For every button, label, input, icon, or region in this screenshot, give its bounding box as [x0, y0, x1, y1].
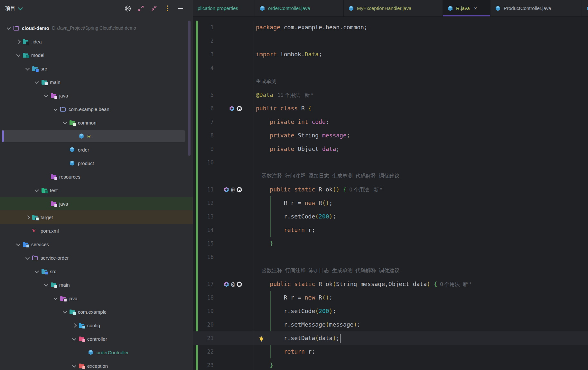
line-number[interactable]: 1 — [193, 21, 216, 34]
code-line-7[interactable]: 7 private int code; — [193, 115, 588, 129]
code-text[interactable]: r.setMessage(message); — [254, 318, 588, 331]
line-number[interactable]: 8 — [193, 129, 216, 142]
code-text[interactable]: package com.example.bean.common; — [254, 21, 588, 34]
line-number[interactable]: 17 — [193, 277, 216, 291]
chevron-down-icon[interactable] — [70, 362, 79, 369]
code-text[interactable]: r.setCode(200); — [254, 210, 588, 223]
chevron-down-icon[interactable] — [14, 51, 23, 59]
code-text[interactable] — [254, 250, 588, 264]
code-line-15[interactable]: 15 } — [193, 237, 588, 250]
chevron-down-icon[interactable] — [24, 65, 32, 72]
line-number[interactable]: 12 — [193, 196, 216, 210]
tree-item-orderController[interactable]: orderController — [0, 346, 193, 359]
code-line-2[interactable]: 2 — [193, 34, 588, 48]
line-number[interactable]: 3 — [193, 48, 216, 61]
chevron-down-icon[interactable] — [5, 24, 13, 32]
tree-item-src[interactable]: src — [0, 62, 193, 75]
line-number[interactable]: 9 — [193, 142, 216, 156]
code-text[interactable]: } — [254, 237, 588, 250]
line-number[interactable]: 13 — [193, 210, 216, 223]
code-text[interactable]: private int code; — [254, 115, 588, 129]
code-line-9[interactable]: 9 private Object data; — [193, 142, 588, 156]
code-line-8[interactable]: 8 private String message; — [193, 129, 588, 142]
code-line-16[interactable]: 16 — [193, 250, 588, 264]
chevron-down-icon[interactable] — [33, 268, 41, 275]
code-text[interactable]: import lombok.Data; — [254, 48, 588, 61]
code-text[interactable]: public static R ok() { 0 个用法 新 * — [254, 183, 588, 196]
ai-assistant-icon[interactable] — [224, 282, 229, 287]
tree-item-main[interactable]: main — [0, 278, 193, 291]
code-line-1[interactable]: 1package com.example.bean.common; — [193, 21, 588, 34]
tree-item-target[interactable]: target — [0, 210, 193, 224]
code-line-17[interactable]: 17@ public static R ok(String message,Ob… — [193, 277, 588, 291]
code-line-21[interactable]: 21 r.setData(data); — [193, 331, 588, 345]
project-tree-scrollbar[interactable] — [188, 21, 191, 156]
code-line-19[interactable]: 19 r.setCode(200); — [193, 304, 588, 318]
chevron-down-icon[interactable] — [52, 106, 60, 113]
lombok-gutter-icon[interactable] — [237, 282, 242, 287]
tree-item-java[interactable]: java — [0, 291, 193, 305]
code-text[interactable]: r.setCode(200); — [254, 304, 588, 318]
tree-item-java[interactable]: java — [0, 197, 193, 210]
code-line-20[interactable]: 20 r.setMessage(message); — [193, 318, 588, 331]
tab-R.java[interactable]: R.java× — [443, 0, 490, 16]
line-number[interactable]: 10 — [193, 156, 216, 169]
code-text[interactable]: private Object data; — [254, 142, 588, 156]
code-text[interactable]: public class R { — [254, 102, 588, 115]
chevron-down-icon[interactable] — [24, 254, 32, 261]
tree-item-product[interactable]: product — [0, 156, 193, 170]
tree-item-resources[interactable]: resources — [0, 170, 193, 183]
tab-partial[interactable] — [582, 0, 588, 16]
tree-item-config[interactable]: config — [0, 319, 193, 332]
code-line-3[interactable]: 3import lombok.Data; — [193, 48, 588, 61]
tree-item-java[interactable]: java — [0, 89, 193, 102]
code-editor[interactable]: 1package com.example.bean.common;23impor… — [193, 17, 588, 370]
chevron-down-icon[interactable] — [70, 335, 79, 342]
line-number[interactable] — [193, 264, 216, 277]
tree-item-pom.xml[interactable]: Vpom.xml — [0, 224, 193, 237]
line-number[interactable]: 15 — [193, 237, 216, 250]
line-number[interactable]: 4 — [193, 61, 216, 75]
tree-item-service-order[interactable]: service-order — [0, 251, 193, 264]
annotation-gutter-icon[interactable]: @ — [231, 281, 235, 287]
chevron-down-icon[interactable] — [42, 281, 51, 288]
chevron-right-icon[interactable] — [24, 214, 32, 221]
code-text[interactable]: public static R ok(String message,Object… — [254, 277, 588, 291]
line-number[interactable]: 21 — [193, 331, 216, 345]
code-text[interactable]: 函数注释 行间注释 添加日志 生成单测 代码解释 调优建议 — [254, 169, 588, 183]
tree-item-main[interactable]: main — [0, 75, 193, 89]
line-number[interactable]: 23 — [193, 358, 216, 370]
line-number[interactable] — [193, 75, 216, 88]
lombok-gutter-icon[interactable] — [237, 187, 242, 192]
chevron-down-icon[interactable] — [52, 295, 60, 302]
code-line-22[interactable]: 22 return r; — [193, 345, 588, 358]
tree-item-controller[interactable]: controller — [0, 332, 193, 346]
line-number[interactable]: 2 — [193, 34, 216, 48]
line-number[interactable] — [193, 169, 216, 183]
code-text[interactable]: } — [254, 358, 588, 370]
chevron-down-icon[interactable] — [33, 79, 41, 86]
tree-item-services[interactable]: services — [0, 237, 193, 251]
line-number[interactable]: 22 — [193, 345, 216, 358]
code-line-6[interactable]: 6public class R { — [193, 102, 588, 115]
code-text[interactable]: 函数注释 行间注释 添加日志 生成单测 代码解释 调优建议 — [254, 264, 588, 277]
tree-item-model[interactable]: model — [0, 48, 193, 62]
line-number[interactable]: 20 — [193, 318, 216, 331]
code-line-10[interactable]: 10 — [193, 156, 588, 169]
tree-item-R[interactable]: R — [0, 129, 193, 143]
line-number[interactable]: 7 — [193, 115, 216, 129]
line-number[interactable]: 5 — [193, 88, 216, 102]
tab-orderController.java[interactable]: orderController.java — [255, 0, 344, 16]
code-text[interactable]: R r = new R(); — [254, 291, 588, 304]
code-text[interactable]: R r = new R(); — [254, 196, 588, 210]
tab-plication.properties[interactable]: plication.properties — [193, 0, 255, 16]
lombok-gutter-icon[interactable] — [237, 106, 242, 111]
code-text[interactable]: return r; — [254, 223, 588, 237]
tree-item-order[interactable]: order — [0, 143, 193, 156]
tab-MyExceptionHandler.java[interactable]: MyExceptionHandler.java — [344, 0, 443, 16]
annotation-gutter-icon[interactable]: @ — [231, 187, 235, 192]
tree-item-com.example.bean[interactable]: com.example.bean — [0, 102, 193, 116]
code-text[interactable]: @Data 15 个用法 新 * — [254, 88, 588, 102]
code-text[interactable]: private String message; — [254, 129, 588, 142]
code-text[interactable]: r.setData(data); — [254, 331, 588, 345]
